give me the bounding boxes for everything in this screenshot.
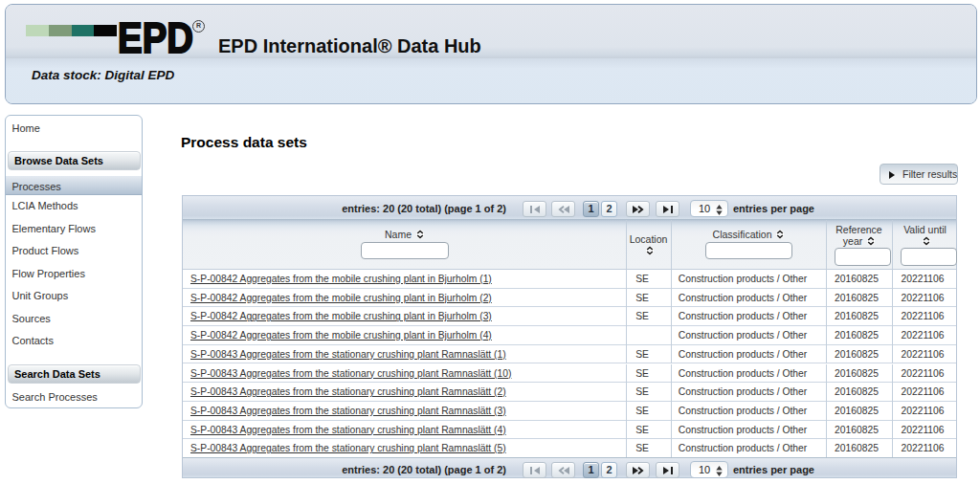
svg-text:EPD: EPD: [118, 14, 193, 56]
